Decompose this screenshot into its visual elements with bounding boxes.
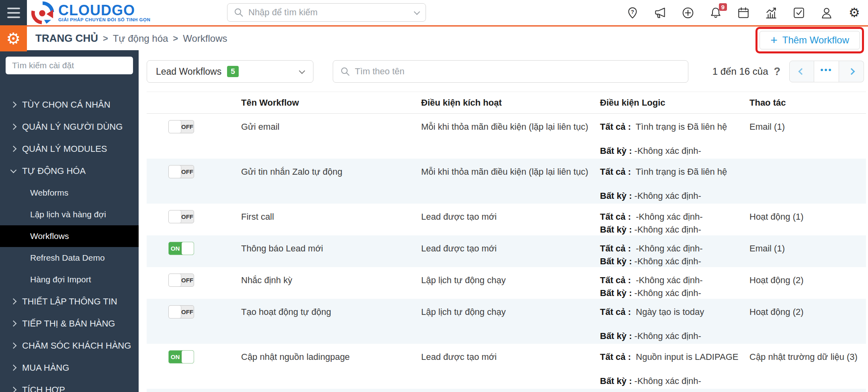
- svg-text:?: ?: [631, 9, 634, 15]
- workflow-actions: Cập nhật trường dữ liệu (1): [739, 389, 866, 392]
- sidebar-group-5[interactable]: TIẾP THỊ & BÁN HÀNG: [0, 312, 139, 335]
- sidebar-group-1[interactable]: QUẢN LÝ NGƯỜI DÙNG: [0, 116, 139, 138]
- workflow-enabled-toggle[interactable]: OFF: [168, 120, 194, 133]
- sidebar-item-l-p-l-ch-v-h-ng-i[interactable]: Lập lịch và hàng đợi: [0, 204, 139, 225]
- sidebar-group-3[interactable]: TỰ ĐỘNG HÓA: [0, 160, 139, 182]
- logic-any-line: Bất kỳ : -Không xác định-: [600, 376, 739, 386]
- workflow-enabled-toggle[interactable]: OFF: [168, 274, 194, 287]
- workflow-type-value: Lead Workflows: [156, 66, 221, 77]
- sidebar-group-7[interactable]: MUA HÀNG: [0, 357, 139, 379]
- logic-all-line: Tất cả : Tình trạng is Đã liên hệ: [600, 122, 739, 132]
- prev-page-button[interactable]: [789, 61, 814, 82]
- breadcrumb-home[interactable]: TRANG CHỦ: [35, 32, 98, 45]
- workflow-enabled-toggle[interactable]: OFF: [168, 305, 194, 318]
- add-workflow-button[interactable]: + Thêm Workflow: [760, 31, 860, 49]
- workflow-trigger: Lead được tạo mới: [411, 344, 590, 362]
- next-page-button[interactable]: [839, 61, 864, 82]
- logic-any-line: Bất kỳ : -Không xác định-: [600, 225, 739, 235]
- pagination-total-help[interactable]: ?: [774, 65, 781, 78]
- sidebar-item-h-ng-i-import[interactable]: Hàng đợi Import: [0, 269, 139, 290]
- sidebar-item-webforms[interactable]: Webforms: [0, 182, 139, 204]
- logic-any-line: Bất kỳ : -Không xác định-: [600, 191, 739, 201]
- workflow-trigger: Mỗi khi thỏa mãn điều kiện (lặp lại liên…: [411, 159, 590, 177]
- sidebar-group-8[interactable]: TÍCH HỢP: [0, 379, 139, 392]
- workflow-actions: Cập nhật trường dữ liệu (3): [739, 344, 866, 362]
- top-icon-strip: ?9⚙: [626, 0, 861, 25]
- sidebar-group-6[interactable]: CHĂM SÓC KHÁCH HÀNG: [0, 335, 139, 357]
- notifications-icon[interactable]: 9: [709, 6, 722, 19]
- page-list-button[interactable]: •••: [814, 61, 839, 82]
- sidebar-group-label: CHĂM SÓC KHÁCH HÀNG: [22, 341, 131, 351]
- logic-any-line: Bất kỳ : -Không xác định-: [600, 331, 739, 341]
- sidebar-item-refresh-data-demo[interactable]: Refresh Data Demo: [0, 247, 139, 269]
- global-search-input[interactable]: [248, 7, 410, 18]
- search-scope-chevron-icon[interactable]: [414, 8, 420, 15]
- toggle-knob: [169, 210, 181, 223]
- workflow-name-search-input[interactable]: [355, 66, 681, 77]
- chevron-down-icon: [10, 167, 17, 174]
- toggle-knob: [169, 165, 181, 178]
- plus-icon: +: [770, 34, 778, 46]
- sidebar-group-label: TIẾP THỊ & BÁN HÀNG: [22, 318, 115, 329]
- toggle-knob: [182, 351, 194, 363]
- workflow-name[interactable]: Cập nhật nguồn ladingpage: [231, 344, 411, 362]
- column-actions: Thao tác: [739, 98, 866, 108]
- sidebar-group-label: TỰ ĐỘNG HÓA: [22, 166, 86, 176]
- workflow-enabled-toggle[interactable]: OFF: [168, 165, 194, 178]
- workflow-enabled-toggle[interactable]: ON: [168, 242, 194, 255]
- global-search[interactable]: [227, 3, 426, 22]
- calendar-icon[interactable]: [737, 6, 750, 19]
- quick-create-icon[interactable]: [682, 6, 694, 19]
- workflow-name[interactable]: Nhắc định kỳ: [231, 267, 411, 286]
- logic-all-line: Tất cả : Nguồn input is LADIPAGE: [600, 352, 739, 362]
- workflow-logic: Tất cả : Nguồn input is LADIPAGEBất kỳ :…: [590, 344, 739, 386]
- table-row: OFFFirst callLead được tạo mớiTất cả : -…: [147, 204, 866, 235]
- sidebar-group-4[interactable]: THIẾT LẬP THÔNG TIN: [0, 290, 139, 312]
- workflow-logic: Tất cả : Ngày tạo is todayBất kỳ : -Khôn…: [590, 299, 739, 341]
- sidebar-group-0[interactable]: TÙY CHỌN CÁ NHÂN: [0, 94, 139, 116]
- table-row: OFFNhắc định kỳLập lịch tự động chạyTất …: [147, 267, 866, 299]
- workflow-name[interactable]: Thông báo Lead mới: [231, 235, 411, 254]
- breadcrumb-bar: ⚙ TRANG CHỦ > Tự động hóa > Workflows + …: [0, 25, 868, 50]
- workflow-trigger: Lead được tạo mới: [411, 389, 590, 392]
- settings-sidebar: TÙY CHỌN CÁ NHÂNQUẢN LÝ NGƯỜI DÙNGQUẢN L…: [0, 50, 139, 392]
- workflow-name[interactable]: Tạo hoạt động tự động: [231, 299, 411, 317]
- chevron-left-icon: [798, 68, 805, 75]
- tasks-icon[interactable]: [792, 6, 805, 19]
- reports-icon[interactable]: [765, 6, 778, 19]
- workflow-actions: Email (1): [739, 114, 866, 132]
- settings-icon[interactable]: ⚙: [848, 6, 861, 19]
- workflow-name-search[interactable]: [333, 60, 688, 83]
- app-logo[interactable]: CLOUDGO GIẢI PHÁP CHUYỂN ĐỔI SỐ TINH GỌN: [31, 1, 150, 24]
- chevron-right-icon: [10, 146, 17, 152]
- toggle-cell: OFF: [147, 267, 231, 287]
- workflow-enabled-toggle[interactable]: ON: [168, 350, 194, 363]
- profile-icon[interactable]: [820, 6, 833, 19]
- sidebar-group-label: TÍCH HỢP: [22, 385, 65, 392]
- workflow-name[interactable]: First call: [231, 204, 411, 222]
- table-row: OFFGửi emailMỗi khi thỏa mãn điều kiện (…: [147, 114, 866, 159]
- chevron-right-icon: [10, 343, 17, 349]
- table-header-row: Tên Workflow Điều kiện kích hoạt Điều ki…: [147, 92, 866, 114]
- sidebar-search-input[interactable]: [6, 57, 133, 74]
- sidebar-item-workflows[interactable]: Workflows: [0, 225, 139, 247]
- location-help-icon[interactable]: ?: [626, 6, 639, 19]
- workflow-name[interactable]: Cập nhật Tình trạng qua nguồn OC Chat: [231, 389, 411, 392]
- workflow-name[interactable]: Gửi email: [231, 114, 411, 132]
- workflow-actions: Hoạt động (1): [739, 204, 866, 222]
- settings-gear-tile[interactable]: ⚙: [0, 25, 27, 51]
- workflow-name[interactable]: Gửi tin nhắn Zalo tự động: [231, 159, 411, 177]
- column-trigger: Điều kiện kích hoạt: [411, 98, 590, 108]
- sidebar-group-2[interactable]: QUẢN LÝ MODULES: [0, 138, 139, 160]
- breadcrumb-item-automation[interactable]: Tự động hóa: [113, 33, 168, 44]
- table-body: OFFGửi emailMỗi khi thỏa mãn điều kiện (…: [147, 114, 866, 392]
- toggle-knob: [169, 306, 181, 318]
- hamburger-menu-icon[interactable]: [0, 0, 27, 25]
- pager: •••: [789, 61, 864, 82]
- toggle-cell: ON: [147, 344, 231, 363]
- chevron-right-icon: [848, 68, 855, 75]
- workflow-enabled-toggle[interactable]: OFF: [168, 210, 194, 223]
- workflow-type-dropdown[interactable]: Lead Workflows 5: [147, 60, 313, 83]
- workflow-trigger: Lập lịch tự động chạy: [411, 299, 590, 317]
- announcements-icon[interactable]: [654, 6, 667, 19]
